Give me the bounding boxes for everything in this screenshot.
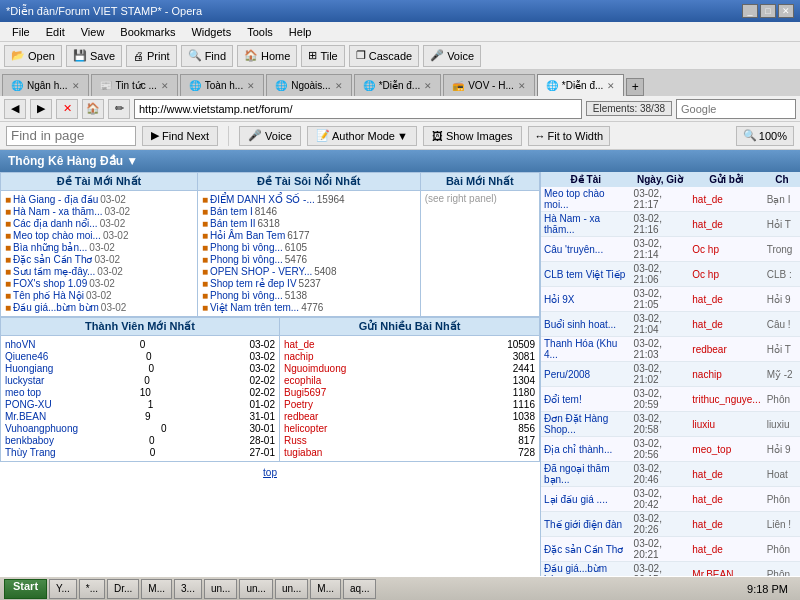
post-title-link[interactable]: Đổi tem! xyxy=(544,394,582,405)
forward-button[interactable]: ▶ xyxy=(30,99,52,119)
post-author-link[interactable]: nachip xyxy=(692,369,721,380)
post-author-link[interactable]: Oc hp xyxy=(692,244,719,255)
post-title-link[interactable]: Peru/2008 xyxy=(544,369,590,380)
menu-edit[interactable]: Edit xyxy=(38,24,73,40)
menu-bookmarks[interactable]: Bookmarks xyxy=(112,24,183,40)
member-link[interactable]: nhoVN xyxy=(5,339,36,350)
start-button[interactable]: Start xyxy=(4,579,47,599)
menu-file[interactable]: File xyxy=(4,24,38,40)
post-author-link[interactable]: liuxiu xyxy=(692,419,715,430)
poster-link[interactable]: helicopter xyxy=(284,423,327,434)
find-button[interactable]: 🔍 Find xyxy=(181,45,233,67)
topic-link[interactable]: OPEN SHOP - VERY... xyxy=(210,266,312,277)
tab-3[interactable]: 🌐 Ngoàis... ✕ xyxy=(266,74,351,96)
post-title-link[interactable]: Hà Nam - xa thăm... xyxy=(544,213,600,235)
tab-0[interactable]: 🌐 Ngân h... ✕ xyxy=(2,74,89,96)
member-link[interactable]: PONG-XU xyxy=(5,399,52,410)
post-title-link[interactable]: CLB tem Việt Tiếp xyxy=(544,269,625,280)
post-author-link[interactable]: hat_de xyxy=(692,544,723,555)
topic-link[interactable]: ĐIỂM DANH XỔ SỐ -... xyxy=(210,194,315,205)
post-title-link[interactable]: Hỏi 9X xyxy=(544,294,574,305)
post-author-link[interactable]: hat_de xyxy=(692,294,723,305)
post-title-link[interactable]: Lại đấu giá .... xyxy=(544,494,608,505)
tab-5[interactable]: 📻 VOV - H... ✕ xyxy=(443,74,535,96)
zoom-control[interactable]: 🔍 100% xyxy=(736,126,794,146)
tab-2[interactable]: 🌐 Toàn h... ✕ xyxy=(180,74,264,96)
tab-close-1[interactable]: ✕ xyxy=(161,81,169,91)
member-link[interactable]: Huongiang xyxy=(5,363,53,374)
poster-link[interactable]: nachip xyxy=(284,351,313,362)
post-title-link[interactable]: Thế giới điện đàn xyxy=(544,519,622,530)
minimize-button[interactable]: _ xyxy=(742,4,758,18)
topic-link[interactable]: Sưu tầm mẹ-đây... xyxy=(13,266,95,277)
topic-link[interactable]: Bán tem I xyxy=(210,206,253,217)
topic-link[interactable]: Phong bì vông... xyxy=(210,242,283,253)
taskbar-item-7[interactable]: un... xyxy=(275,579,308,599)
maximize-button[interactable]: □ xyxy=(760,4,776,18)
tab-close-4[interactable]: ✕ xyxy=(424,81,432,91)
post-title-link[interactable]: Địa chỉ thành... xyxy=(544,444,612,455)
topic-link[interactable]: Meo top chào moi... xyxy=(13,230,101,241)
menu-widgets[interactable]: Widgets xyxy=(183,24,239,40)
url-input[interactable] xyxy=(134,99,582,119)
taskbar-item-9[interactable]: aq... xyxy=(343,579,376,599)
post-author-link[interactable]: hat_de xyxy=(692,194,723,205)
topic-link[interactable]: Shop tem rẻ đep IV xyxy=(210,278,297,289)
back-button[interactable]: ◀ xyxy=(4,99,26,119)
save-button[interactable]: 💾 Save xyxy=(66,45,122,67)
print-button[interactable]: 🖨 Print xyxy=(126,45,177,67)
find-input[interactable] xyxy=(6,126,136,146)
taskbar-item-6[interactable]: un... xyxy=(239,579,272,599)
post-author-link[interactable]: hat_de xyxy=(692,469,723,480)
tab-close-0[interactable]: ✕ xyxy=(72,81,80,91)
close-button[interactable]: ✕ xyxy=(778,4,794,18)
tab-close-5[interactable]: ✕ xyxy=(518,81,526,91)
post-author-link[interactable]: hat_de xyxy=(692,494,723,505)
post-title-link[interactable]: Đặc sản Cần Thơ xyxy=(544,544,623,555)
member-link[interactable]: benkbaboy xyxy=(5,435,54,446)
open-button[interactable]: 📂 Open xyxy=(4,45,62,67)
poster-link[interactable]: tugiaban xyxy=(284,447,322,458)
google-search-input[interactable] xyxy=(676,99,796,119)
poster-link[interactable]: Bugi5697 xyxy=(284,387,326,398)
tab-1[interactable]: 📰 Tin tức ... ✕ xyxy=(91,74,178,96)
taskbar-item-2[interactable]: Dr... xyxy=(107,579,139,599)
post-author-link[interactable]: Oc hp xyxy=(692,269,719,280)
topic-link[interactable]: Phong bì vông... xyxy=(210,254,283,265)
poster-link[interactable]: ecophila xyxy=(284,375,321,386)
voice-toolbar-button[interactable]: 🎤 Voice xyxy=(423,45,481,67)
taskbar-item-1[interactable]: *... xyxy=(79,579,105,599)
post-author-link[interactable]: hat_de xyxy=(692,219,723,230)
taskbar-item-0[interactable]: Y... xyxy=(49,579,77,599)
post-title-link[interactable]: Đầu giá...bừm bừm xyxy=(544,563,607,576)
reload-button[interactable]: ✕ xyxy=(56,99,78,119)
topic-link[interactable]: Các địa danh nổi... xyxy=(13,218,98,229)
taskbar-item-3[interactable]: M... xyxy=(141,579,172,599)
home-button[interactable]: 🏠 Home xyxy=(237,45,297,67)
tab-close-6[interactable]: ✕ xyxy=(607,81,615,91)
member-link[interactable]: Thùy Trang xyxy=(5,447,56,458)
post-title-link[interactable]: Đã ngoại thăm bạn... xyxy=(544,463,609,485)
post-author-link[interactable]: meo_top xyxy=(692,444,731,455)
show-images-button[interactable]: 🖼 Show Images xyxy=(423,126,522,146)
member-link[interactable]: Qiuene46 xyxy=(5,351,48,362)
topic-link[interactable]: Đầu giá...bừm bừm xyxy=(13,302,99,313)
tab-6[interactable]: 🌐 *Diễn đ... ✕ xyxy=(537,74,625,96)
post-author-link[interactable]: Mr.BEAN xyxy=(692,569,733,577)
find-next-button[interactable]: ▶ Find Next xyxy=(142,126,218,146)
menu-tools[interactable]: Tools xyxy=(239,24,281,40)
topic-link[interactable]: Hà Giang - địa đầu xyxy=(13,194,98,205)
topic-link[interactable]: Đặc sản Cần Thơ xyxy=(13,254,92,265)
cascade-button[interactable]: ❐ Cascade xyxy=(349,45,419,67)
taskbar-item-5[interactable]: un... xyxy=(204,579,237,599)
topic-link[interactable]: Bán tem II xyxy=(210,218,256,229)
tile-button[interactable]: ⊞ Tile xyxy=(301,45,344,67)
post-title-link[interactable]: Buổi sinh hoat... xyxy=(544,319,616,330)
topic-link[interactable]: FOX's shop 1.09 xyxy=(13,278,87,289)
post-title-link[interactable]: Đơn Đặt Hàng Shop... xyxy=(544,413,608,435)
post-title-link[interactable]: Thanh Hóa (Khu 4... xyxy=(544,338,617,360)
post-author-link[interactable]: redbear xyxy=(692,344,726,355)
post-title-link[interactable]: Meo top chào moi... xyxy=(544,188,605,210)
tab-close-3[interactable]: ✕ xyxy=(335,81,343,91)
topic-link[interactable]: Việt Nam trên tem... xyxy=(210,302,299,313)
